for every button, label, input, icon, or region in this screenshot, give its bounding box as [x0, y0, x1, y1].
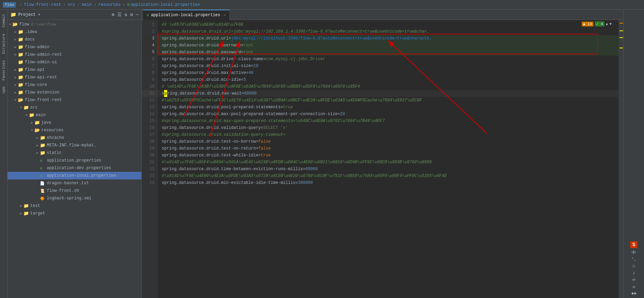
code-text-9-val: 5: [244, 76, 246, 83]
folder-icon-test: 📁: [23, 203, 29, 209]
mail-icon[interactable]: ✉: [633, 284, 635, 289]
keyboard-icon[interactable]: ⌨: [632, 277, 635, 283]
tab-close-button[interactable]: ✕: [224, 13, 226, 17]
code-line-4[interactable]: spring.datasource.druid.username=root: [158, 42, 619, 49]
code-line-12[interactable]: #\u6253\u5F00PSCache\uFF0C\u5E76\u4E14\u…: [158, 97, 619, 104]
code-line-6[interactable]: spring.datasource.druid.driver-class-nam…: [158, 56, 619, 63]
code-line-21[interactable]: #\u914D\u7F6E\u95F4\u9694\u591A\u4E45\u6…: [158, 159, 619, 166]
code-text-14-val: 20: [340, 111, 345, 118]
filter-icon[interactable]: ⇅: [125, 12, 127, 18]
folder-icon-ehcache: 📁: [40, 135, 45, 141]
tree-label-flow-extension: flow-extension: [25, 90, 60, 95]
code-line-2[interactable]: #spring.datasource.druid.url=jdbc:mysql:…: [158, 28, 619, 35]
tab-label: application-local.properties: [151, 13, 221, 18]
folder-icon-flow-core: 📁: [18, 82, 23, 88]
tree-item-target[interactable]: ▶ 📁 target: [8, 210, 141, 217]
breadcrumb-resources[interactable]: resources: [98, 2, 121, 7]
code-line-23[interactable]: #\u914D\u7F6E\u4E00\u4E2A\u8FDE\u63A5\u5…: [158, 173, 619, 179]
tree-item-app-props[interactable]: ⚙ application.properties: [8, 157, 141, 164]
tree-container[interactable]: ▼ 📂 flow D:\vue\flow ▶ 📁 .idea ▶ 📁 docs: [8, 20, 141, 298]
code-text-8-key: spring.datasource.druid.max-active=: [162, 69, 248, 76]
breadcrumb-flow-front-rest[interactable]: flow-front-rest: [24, 2, 61, 7]
breadcrumb-src[interactable]: src: [68, 2, 75, 7]
tree-item-flow-root[interactable]: ▼ 📂 flow D:\vue\flow: [8, 21, 141, 28]
code-line-1[interactable]: ## \u6570\u636E\u6E90\u914D\u7F6E: [158, 21, 619, 28]
tree-item-app-dev-props[interactable]: ⚙ application-dev.properties: [8, 164, 141, 172]
tree-item-resources[interactable]: ▼ 📂 resources: [8, 126, 141, 134]
ime-chinese-icon[interactable]: 中: [632, 250, 636, 256]
code-line-17[interactable]: #spring.datasource.druid.validation-quer…: [158, 131, 619, 138]
tree-item-logback[interactable]: 🔶 logback-spring.xml: [8, 195, 141, 202]
tree-label-flow-core: flow-core: [25, 82, 47, 87]
folder-icon-flow-api: 📁: [18, 67, 23, 73]
code-text-6-val: com.mysql.cj.jdbc.Driver: [266, 56, 325, 63]
code-editor[interactable]: ▲ 13 ✓ 4 ▲ ▼ ## \u6570\u636E\u6E90\u914D…: [158, 20, 619, 298]
tree-item-flow-front-sh[interactable]: 📜 flow-front.sh: [8, 187, 141, 195]
code-line-10[interactable]: # \u914D\u7F6E\u83B7\u53D6\u8FDE\u63A5\u…: [158, 83, 619, 90]
code-line-13[interactable]: spring.datasource.druid.pool-prepared-st…: [158, 104, 619, 111]
code-line-22[interactable]: spring.datasource.druid.time-between-evi…: [158, 166, 619, 173]
tree-item-meta-inf[interactable]: ▶ 📁 META-INF.flow-mybatis-map: [8, 142, 141, 149]
tree-item-flow-api[interactable]: ▶ 📁 flow-api: [8, 66, 141, 74]
sogou-icon[interactable]: S: [630, 241, 637, 248]
code-line-19[interactable]: spring.datasource.druid.test-on-return=f…: [158, 145, 619, 152]
tree-item-docs[interactable]: ▶ 📁 docs: [8, 36, 141, 43]
tree-label-idea: .idea: [25, 30, 37, 34]
emoji-icon[interactable]: ☺: [632, 263, 635, 269]
tree-item-flow-admin-ui[interactable]: 📁 flow-admin-ui: [8, 58, 141, 66]
vtab-structure[interactable]: Structure: [1, 31, 7, 57]
breadcrumb-main[interactable]: main: [82, 2, 92, 7]
code-text-3-key: spring.datasource.druid.url=: [162, 35, 231, 42]
tree-item-static[interactable]: ▶ 📁 static: [8, 149, 141, 157]
tree-item-flow-admin[interactable]: ▶ 📁 flow-admin: [8, 43, 141, 51]
folder-icon-idea: 📁: [18, 29, 23, 35]
tree-item-flow-front-rest[interactable]: ▼ 📂 flow-front-rest: [8, 96, 141, 104]
tree-label-app-dev-props: application-dev.properties: [47, 166, 111, 170]
project-title: Project ▾: [18, 12, 41, 17]
tree-item-flow-api-rest[interactable]: ▶ 📁 flow-api-rest: [8, 74, 141, 81]
right-scroll-bar[interactable]: [619, 20, 623, 298]
tree-item-idea[interactable]: ▶ 📁 .idea: [8, 28, 141, 36]
tree-label-java: java: [41, 120, 51, 125]
vtab-commit[interactable]: Commit: [1, 11, 7, 30]
code-line-8[interactable]: spring.datasource.druid.max-active=40: [158, 69, 619, 76]
collapse-all-icon[interactable]: ⊕: [111, 12, 114, 18]
code-line-16[interactable]: spring.datasource.druid.validation-query…: [158, 124, 619, 131]
tree-item-flow-core[interactable]: ▶ 📁 flow-core: [8, 81, 141, 89]
settings-icon[interactable]: ⚙: [130, 12, 133, 18]
line-num-8: 8: [142, 69, 157, 76]
tree-item-ehcache[interactable]: ▶ 📁 ehcache: [8, 134, 141, 142]
code-line-7[interactable]: spring.datasource.druid.initial-size=10: [158, 63, 619, 69]
code-line-18[interactable]: spring.datasource.druid.test-on-borrow=f…: [158, 138, 619, 145]
vtab-favorites[interactable]: Favorites: [1, 57, 7, 83]
code-line-20[interactable]: spring.datasource.druid.test-while-idle=…: [158, 152, 619, 159]
tree-item-flow-admin-rest[interactable]: ▶ 📁 flow-admin-rest: [8, 51, 141, 58]
tree-item-app-local-props[interactable]: ⚙ application-local.properties: [8, 172, 141, 179]
tree-item-flow-extension[interactable]: ▶ 📁 flow-extension: [8, 89, 141, 96]
code-line-24[interactable]: spring.datasource.druid.min-evictable-id…: [158, 179, 619, 186]
more-icon[interactable]: ◆◆: [631, 291, 636, 296]
punctuation-icon[interactable]: °,: [631, 257, 636, 262]
code-text-8-val: 40: [248, 69, 253, 76]
code-line-15[interactable]: #spring.datasource.druid.max-open-prepar…: [158, 118, 619, 124]
breadcrumb-sep-2: ›: [63, 2, 66, 7]
code-line-3[interactable]: spring.datasource.druid.url=jdbc:mysql:/…: [158, 35, 619, 42]
tab-bar: ⚙ application-local.properties ✕: [142, 10, 623, 20]
code-line-9[interactable]: spring.datasource.druid.min-idle=5: [158, 76, 619, 83]
vtab-npm[interactable]: npm: [1, 84, 7, 96]
code-line-11[interactable]: spring.datasource.druid.max-wait=60000: [158, 90, 619, 97]
line-num-5: 5: [142, 49, 157, 56]
code-line-14[interactable]: spring.datasource.druid.max-pool-prepare…: [158, 111, 619, 118]
tree-item-java[interactable]: ▶ 📁 java: [8, 119, 141, 126]
tree-item-test[interactable]: ▶ 📁 test: [8, 202, 141, 210]
tree-item-src[interactable]: ▼ 📁 src: [8, 104, 141, 111]
tree-label-src: src: [30, 105, 38, 110]
tree-label-flow-front-rest: flow-front-rest: [25, 98, 62, 102]
tree-item-main[interactable]: ▼ 📁 main: [8, 111, 141, 119]
mic-icon[interactable]: ♪: [632, 270, 635, 276]
tab-app-local-props[interactable]: ⚙ application-local.properties ✕: [143, 10, 230, 20]
close-panel-icon[interactable]: —: [136, 12, 139, 18]
tree-item-dragon-banner[interactable]: 📄 dragon-banner.txt: [8, 179, 141, 187]
code-line-5[interactable]: spring.datasource.druid.password=root: [158, 49, 619, 56]
align-icon[interactable]: ☰: [117, 12, 122, 18]
